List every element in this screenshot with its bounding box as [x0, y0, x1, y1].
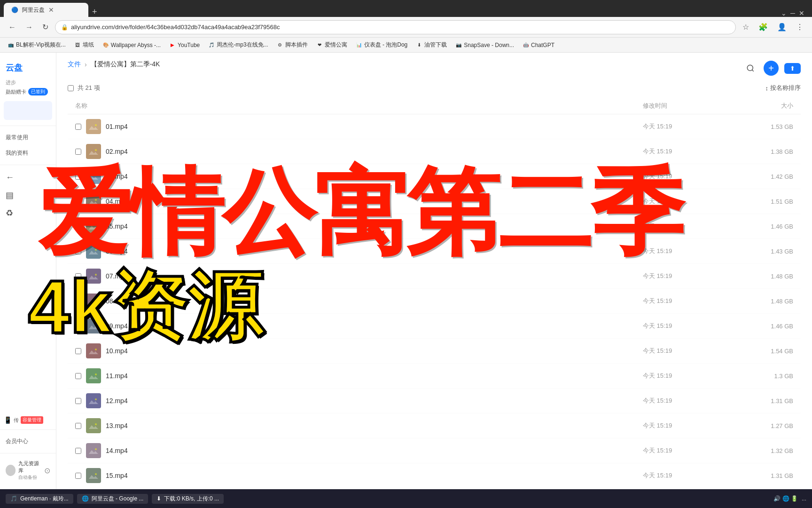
- file-checkbox-0[interactable]: [75, 124, 81, 130]
- bookmark-icon-aiqing: ❤: [316, 42, 323, 48]
- file-row[interactable]: 14.mp4 今天 15:19 1.32 GB: [68, 438, 801, 463]
- file-row[interactable]: 03.mp4 今天 15:19 1.42 GB: [68, 164, 801, 189]
- file-row[interactable]: 06.mp4 今天 15:19 1.43 GB: [68, 239, 801, 264]
- file-row[interactable]: 11.mp4 今天 15:19 1.3 GB: [68, 364, 801, 389]
- file-row[interactable]: 08.mp4 今天 15:19 1.48 GB: [68, 289, 801, 314]
- svg-point-16: [95, 224, 97, 226]
- sort-button[interactable]: ↕ 按名称排序: [765, 84, 801, 92]
- file-thumb-4: [86, 219, 101, 234]
- file-checkbox-8[interactable]: [75, 323, 81, 329]
- taskbar-item-music[interactable]: 🎵 Gentleman · 戴玲...: [6, 494, 73, 504]
- file-date-6: 今天 15:19: [643, 272, 737, 280]
- bookmark-wallpaper-abyss[interactable]: 🎨 Wallpaper Abyss -...: [99, 41, 164, 49]
- add-button[interactable]: +: [764, 61, 779, 76]
- file-thumb-6: [86, 269, 101, 284]
- new-tab-button[interactable]: +: [88, 7, 101, 17]
- tab-close-button[interactable]: ✕: [48, 6, 54, 14]
- file-row[interactable]: 09.mp4 今天 15:19 1.46 GB: [68, 314, 801, 339]
- bookmark-star-icon[interactable]: ☆: [740, 23, 752, 32]
- menu-button[interactable]: ⋮: [793, 23, 806, 32]
- file-count-label: 共 21 项: [78, 84, 100, 92]
- file-row[interactable]: 12.mp4 今天 15:19 1.31 GB: [68, 389, 801, 413]
- profile-icon[interactable]: 👤: [774, 23, 789, 32]
- sidebar-item-recent[interactable]: 最常使用: [0, 130, 56, 145]
- file-checkbox-2[interactable]: [75, 174, 81, 180]
- bookmark-bl[interactable]: 📺 BL解析-Vip视频在...: [4, 40, 70, 50]
- file-row[interactable]: 15.mp4 今天 15:19 1.31 GB: [68, 463, 801, 488]
- file-checkbox-14[interactable]: [75, 473, 81, 479]
- svg-point-10: [95, 174, 97, 176]
- file-list-header: 名称 修改时间 大小: [68, 98, 801, 114]
- file-checkbox-11[interactable]: [75, 398, 81, 404]
- bookmark-aiqing[interactable]: ❤ 爱情公寓: [312, 40, 351, 50]
- sidebar-item-mydata[interactable]: 我的资料: [0, 145, 56, 161]
- device-icon: 📱: [4, 416, 12, 424]
- reload-button[interactable]: ↻: [39, 21, 51, 33]
- file-date-8: 今天 15:19: [643, 322, 737, 330]
- file-checkbox-7[interactable]: [75, 298, 81, 304]
- file-row[interactable]: 02.mp4 今天 15:19 1.38 GB: [68, 139, 801, 164]
- bookmark-icon-chatgpt: 🤖: [523, 42, 529, 48]
- bookmark-dashboard[interactable]: 📊 仪表盘 - 泡泡Dog: [352, 40, 412, 50]
- bookmark-scripts[interactable]: ⚙ 脚本插件: [273, 40, 312, 50]
- file-row[interactable]: 05.mp4 今天 15:19 1.46 GB: [68, 214, 801, 239]
- file-size-3: 1.51 GB: [737, 198, 793, 205]
- taskbar-icon-dl: ⬇: [156, 495, 161, 502]
- upload-button[interactable]: ⬆: [784, 63, 801, 74]
- sidebar-device-item[interactable]: 📱 传 容量管理: [0, 414, 56, 426]
- bookmark-wall[interactable]: 🖼 墙纸: [70, 40, 98, 50]
- sidebar-divider-4: [0, 453, 56, 453]
- url-bar[interactable]: 🔒 aliyundrive.com/drive/folder/64c36bea4…: [55, 20, 736, 34]
- taskbar-item-browser[interactable]: 🌐 阿里云盘 - Google ...: [77, 494, 148, 504]
- forward-button[interactable]: →: [23, 21, 36, 33]
- back-button[interactable]: ←: [6, 21, 19, 33]
- file-date-4: 今天 15:19: [643, 222, 737, 230]
- sidebar-progress-bar: [4, 101, 52, 120]
- sidebar-badge[interactable]: 已签到: [28, 88, 48, 95]
- active-tab[interactable]: 🔵 阿里云盘 ✕: [4, 3, 88, 17]
- file-checkbox-5[interactable]: [75, 248, 81, 254]
- search-button[interactable]: [743, 61, 758, 76]
- extensions-icon[interactable]: 🧩: [756, 23, 771, 32]
- sidebar-item-left1[interactable]: ←: [0, 169, 56, 186]
- app-logo: 云盘: [0, 58, 56, 77]
- sidebar-transfer-label: 传: [14, 417, 19, 424]
- file-checkbox-12[interactable]: [75, 423, 81, 429]
- file-row[interactable]: 07.mp4 今天 15:19 1.48 GB: [68, 264, 801, 289]
- file-checkbox-4[interactable]: [75, 223, 81, 230]
- file-row[interactable]: 10.mp4 今天 15:19 1.54 GB: [68, 339, 801, 364]
- taskbar-item-download[interactable]: ⬇ 下载:0 KB/s, 上传:0 ...: [152, 494, 224, 504]
- file-checkbox-3[interactable]: [75, 198, 81, 205]
- bookmark-jay[interactable]: 🎵 周杰伦-mp3在线免...: [204, 40, 272, 50]
- file-name-10: 11.mp4: [106, 372, 128, 380]
- select-all-checkbox[interactable]: [68, 85, 74, 91]
- bookmark-snapsave[interactable]: 📷 SnapSave - Down...: [452, 41, 518, 49]
- storage-mgmt-badge[interactable]: 容量管理: [21, 416, 43, 424]
- svg-point-46: [95, 473, 97, 475]
- bookmark-youtube[interactable]: ▶ YouTube: [165, 41, 203, 49]
- tab-dropdown-button[interactable]: ⌄: [781, 9, 787, 17]
- sidebar-item-vip[interactable]: 会员中心: [0, 434, 56, 449]
- file-checkbox-10[interactable]: [75, 373, 81, 379]
- file-checkbox-13[interactable]: [75, 448, 81, 454]
- breadcrumb-root[interactable]: 文件: [68, 60, 81, 69]
- file-checkbox-6[interactable]: [75, 273, 81, 279]
- file-thumb-13: [86, 443, 101, 458]
- file-checkbox-1[interactable]: [75, 149, 81, 155]
- file-row[interactable]: 13.mp4 今天 15:19 1.27 GB: [68, 413, 801, 438]
- minimize-button[interactable]: ─: [790, 9, 795, 17]
- user-settings-icon[interactable]: ⊙: [44, 466, 50, 475]
- file-checkbox-9[interactable]: [75, 348, 81, 354]
- sidebar-item-mid1[interactable]: ▤: [0, 186, 56, 204]
- sidebar-item-mid2[interactable]: ♻: [0, 204, 56, 222]
- file-row[interactable]: 04.mp4 今天 15:19 1.51 GB: [68, 189, 801, 214]
- main-layout: 云盘 进步 勋励赠卡 已签到 最常使用 我的资料 ← ▤ ♻ 📱 传 容量管理 …: [0, 53, 812, 489]
- taskbar-icon-music: 🎵: [10, 495, 17, 502]
- user-avatar: [6, 465, 16, 476]
- bookmark-chatgpt[interactable]: 🤖 ChatGPT: [519, 41, 558, 49]
- taskbar-system-icons: 🔊 🌐 🔋: [773, 495, 798, 502]
- close-window-button[interactable]: ✕: [799, 9, 804, 17]
- file-row[interactable]: 01.mp4 今天 15:19 1.53 GB: [68, 114, 801, 139]
- bookmark-icon-scripts: ⚙: [277, 42, 283, 48]
- bookmark-download[interactable]: ⬇ 油管下载: [412, 40, 451, 50]
